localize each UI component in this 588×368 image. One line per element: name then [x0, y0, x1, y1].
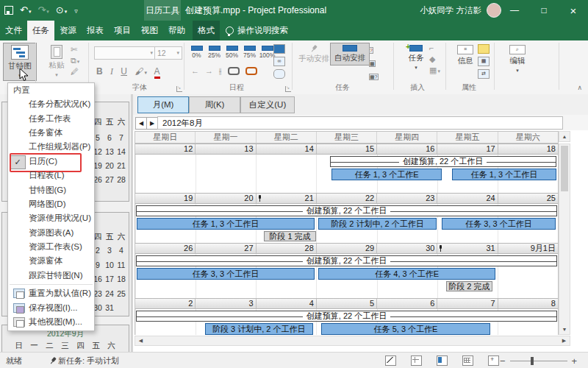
mini-date[interactable]: 18 [115, 275, 127, 283]
task-bar[interactable]: 阶段 3 计划中, 2 个工作日 [205, 323, 313, 335]
view-menu-item[interactable]: 跟踪甘特图(N) [8, 269, 94, 283]
move-task-button[interactable]: ▦ [369, 57, 379, 68]
font-dialog-launcher-icon[interactable]: ↘ [176, 86, 182, 92]
date-cell[interactable]: 29 [317, 244, 377, 253]
next-month-button[interactable]: ▶ [146, 117, 158, 130]
usage-view-shortcut-icon[interactable] [411, 355, 422, 366]
completed-task-bar[interactable]: 阶段 1 完成 [264, 231, 315, 241]
paste-button[interactable]: 粘贴 ▾ [41, 43, 72, 80]
unlink-tasks-icon[interactable] [245, 67, 257, 75]
view-menu-item[interactable]: 资源图表(A) [8, 226, 94, 240]
date-cell[interactable]: 6 [377, 299, 437, 308]
view-menu-item[interactable]: 甘特图(G) [8, 183, 94, 197]
touch-mode-button[interactable]: ⊙▾ [56, 5, 67, 15]
inactivate-icon[interactable] [273, 69, 285, 79]
prev-month-button[interactable]: ◀ [135, 117, 147, 130]
italic-button[interactable]: I [110, 66, 113, 77]
view-menu-item[interactable]: 任务分配状况(K) [8, 97, 94, 111]
manually-schedule-button[interactable]: 手动安排 [295, 43, 333, 66]
scroll-up-icon[interactable]: ▲ [559, 131, 570, 142]
underline-button[interactable]: U [121, 66, 127, 77]
date-cell[interactable]: 20 [196, 194, 256, 203]
split-task-icon[interactable]: ⫲ [219, 67, 222, 75]
scroll-left-icon[interactable]: ◀ [135, 336, 146, 345]
inspect-task-button[interactable]: ? [369, 44, 379, 54]
completed-task-bar[interactable]: 阶段 2 完成 [446, 281, 492, 291]
percent-complete-button-75%[interactable]: 75% [241, 46, 258, 59]
date-cell[interactable]: 31 [437, 244, 498, 253]
view-button-周(K)[interactable]: 周(K) [189, 96, 240, 113]
gantt-chart-view-button[interactable]: 甘特图 ▾ [3, 43, 37, 81]
date-cell[interactable]: 25 [498, 194, 558, 203]
view-menu-item[interactable]: 资源窗体 [8, 254, 94, 268]
editing-button[interactable]: ⌕ 编辑 ▾ [501, 43, 534, 76]
horizontal-scrollbar[interactable]: ◀ ▶ [135, 336, 570, 346]
mini-date[interactable]: 7 [115, 133, 127, 142]
date-cell[interactable]: 21 [257, 194, 317, 203]
date-cell[interactable]: 18 [498, 144, 558, 154]
date-cell[interactable]: 26 [135, 244, 196, 253]
format-painter-icon[interactable]: 🖉 [71, 68, 79, 76]
date-cell[interactable]: 7 [437, 299, 498, 308]
date-cell[interactable]: 19 [135, 194, 196, 203]
tab-帮助[interactable]: 帮助 [163, 21, 190, 40]
add-to-timeline-icon[interactable]: ⇄ [478, 69, 490, 79]
date-cell[interactable]: 30 [377, 244, 437, 253]
summary-task-bar[interactable]: 创建预算, 22 个工作日 [136, 255, 557, 266]
move-task-forward-icon[interactable]: → [205, 67, 213, 75]
date-cell[interactable]: 9月1日 [498, 244, 558, 253]
insert-milestone-icon[interactable]: ◆ [429, 55, 440, 63]
date-cell[interactable]: 15 [317, 144, 377, 154]
date-cell[interactable]: 2 [135, 299, 196, 308]
new-task-mode[interactable]: 新任务: 手动计划 [51, 355, 119, 367]
view-menu-footer-item[interactable]: 其他视图(M)... [8, 315, 94, 329]
bold-button[interactable]: B [96, 66, 103, 77]
view-menu-item[interactable]: 网络图(D) [8, 197, 94, 211]
view-menu-footer-item[interactable]: 保存视图(I)... [8, 300, 94, 314]
font-size-combo[interactable]: 12▾ [154, 46, 182, 60]
tab-视图[interactable]: 视图 [136, 21, 163, 40]
tell-me-search[interactable]: 操作说明搜索 [220, 21, 288, 40]
mini-date[interactable]: 27 [104, 175, 115, 184]
mini-date[interactable]: 20 [104, 161, 115, 170]
highlight-color-button[interactable]: 🖌▾ [135, 66, 147, 77]
save-icon[interactable] [4, 6, 13, 15]
task-bar[interactable]: 任务 3, 3 个工作日 [137, 268, 315, 280]
percent-complete-button-25%[interactable]: 25% [206, 46, 223, 59]
tab-报表[interactable]: 报表 [82, 21, 109, 40]
task-mode-button[interactable]: ▦? [369, 71, 379, 81]
maximize-button[interactable]: □ [529, 0, 559, 21]
view-menu-item[interactable]: 资源工作表(S) [8, 240, 94, 254]
zoom-out-button[interactable]: − [500, 356, 506, 366]
view-button-月(M)[interactable]: 月(M) [137, 96, 189, 113]
tab-格式[interactable]: 格式 [193, 21, 220, 40]
percent-complete-button-50%[interactable]: 50% [223, 46, 240, 59]
respect-links-icon[interactable] [273, 44, 285, 54]
zoom-in-button[interactable]: + [572, 356, 578, 366]
date-cell[interactable]: 22 [317, 194, 377, 203]
date-cell[interactable]: 12 [135, 144, 196, 154]
tab-文件[interactable]: 文件 [0, 21, 27, 40]
view-menu-item[interactable]: 任务窗体 [8, 126, 94, 140]
font-name-combo[interactable]: ▾ [94, 46, 156, 60]
mini-date[interactable]: 4 [115, 246, 127, 255]
mini-date[interactable]: 17 [104, 275, 115, 283]
scroll-down-icon[interactable]: ▼ [559, 324, 570, 334]
vertical-scrollbar[interactable]: ▼ [559, 144, 570, 335]
date-cell[interactable]: 23 [377, 194, 437, 203]
redo-button[interactable]: ↷▾ [37, 5, 49, 15]
mini-date[interactable]: 13 [104, 147, 115, 156]
task-information-button[interactable]: ≡ 信息 [450, 43, 481, 68]
mini-date[interactable]: 6 [104, 133, 115, 142]
date-cell[interactable]: 8 [498, 299, 558, 308]
follow-links-icon[interactable]: ∞ [273, 57, 285, 66]
date-cell[interactable]: 3 [196, 299, 256, 308]
summary-task-bar[interactable]: 创建预算, 22 个工作日 [136, 311, 557, 322]
copy-icon[interactable]: ⧉▾ [71, 57, 79, 65]
mini-date[interactable]: 14 [115, 147, 127, 156]
vertical-scrollbar-thumb[interactable] [561, 146, 568, 191]
sheet-view-shortcut-icon[interactable] [462, 355, 473, 366]
date-cell[interactable]: 28 [257, 244, 317, 253]
cut-icon[interactable]: ✄ [71, 46, 79, 54]
scroll-right-icon[interactable]: ▶ [559, 336, 570, 345]
